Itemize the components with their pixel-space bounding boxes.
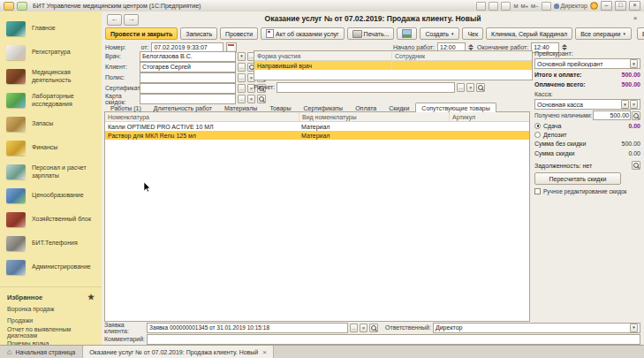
cash-received-input[interactable]: 500.00: [593, 110, 631, 120]
more-button[interactable]: Еще▼: [637, 27, 644, 40]
star-icon[interactable]: ★: [87, 293, 95, 301]
tab-discounts[interactable]: Скидки: [383, 103, 415, 112]
pricelist-combo[interactable]: Основной прейскурант ▼: [534, 58, 640, 69]
main-menu-icon[interactable]: [4, 2, 14, 11]
quick-menu-icon[interactable]: [17, 2, 27, 11]
home-desk-icon: [6, 21, 26, 36]
sidebar-item-pricing[interactable]: Ценообразование: [0, 184, 102, 208]
tab-works[interactable]: Работы (1): [104, 103, 148, 112]
favorite-sales[interactable]: Продажи: [7, 315, 102, 326]
memory-m-button[interactable]: M: [513, 4, 518, 9]
sidebar-item-telephony[interactable]: БИТ.Телефония: [0, 232, 102, 255]
favorite-diagnosis-report[interactable]: Отчет по выявленным диагнозам: [7, 326, 102, 338]
tab-work-duration[interactable]: Длительность работ: [148, 103, 218, 112]
calculation-select-icon[interactable]: ...: [457, 83, 465, 92]
recalculate-discounts-button[interactable]: Пересчитать скидки: [534, 172, 621, 185]
policy-input[interactable]: [140, 72, 236, 83]
tab-materials[interactable]: Материалы: [218, 103, 263, 112]
document-taskbar-tab[interactable]: Оказание услуг № от 07.02.2019: Продажа …: [83, 346, 274, 358]
sidebar-item-main[interactable]: Главное: [0, 17, 102, 41]
doctor-input[interactable]: Белоглазова В.С.: [140, 51, 236, 62]
tab-certificates[interactable]: Сертификаты: [297, 103, 349, 112]
participation-row[interactable]: Направивший врач: [254, 61, 532, 70]
tab-related-goods[interactable]: Сопутствующие товары: [415, 103, 496, 112]
cashdesk-clear-icon[interactable]: ×: [630, 100, 638, 109]
sidebar-item-admin[interactable]: Администрирование: [0, 255, 102, 279]
sidebar-item-household[interactable]: Хозяйственный блок: [0, 208, 102, 232]
back-icon[interactable]: ←: [107, 14, 122, 26]
post-and-close-button[interactable]: Провести и закрыть: [105, 27, 178, 40]
close-tab-icon[interactable]: ×: [262, 348, 267, 356]
save-icon[interactable]: [476, 2, 486, 11]
sidebar-item-medical[interactable]: Медицинская деятельность: [0, 65, 102, 88]
pricelist-dropdown-icon[interactable]: ▼: [630, 59, 638, 68]
participation-table: Форма участия Сотрудник Направивший врач: [254, 50, 533, 80]
table-row[interactable]: Капли OPTIMED PRO ACTIVE 10 МЛ Материал: [105, 122, 529, 131]
minimize-button[interactable]: –: [601, 1, 612, 11]
calculation-clear-icon[interactable]: ×: [466, 83, 474, 92]
manual-discount-checkbox[interactable]: [534, 188, 541, 194]
titlebar-tools: M M+ M− Директор – □ ×: [476, 1, 640, 11]
client-input[interactable]: Стогарев Сергей: [140, 62, 236, 72]
debt-refresh-icon[interactable]: [632, 161, 640, 170]
deposit-radio[interactable]: [534, 132, 541, 138]
table-row-selected[interactable]: Раствор для МКЛ Renu 125 мл Материал: [105, 131, 529, 140]
cash-received-calc-icon[interactable]: [632, 111, 640, 120]
tab-payment[interactable]: Оплата: [349, 103, 383, 112]
post-button[interactable]: Провести: [220, 27, 258, 40]
calculation-open-icon[interactable]: [476, 83, 485, 92]
work-start-spinner[interactable]: [468, 44, 474, 50]
all-operations-button[interactable]: Все операции▼: [575, 27, 632, 40]
current-user[interactable]: Директор: [554, 3, 588, 9]
sidebar-item-staff[interactable]: Персонал и расчет зарплаты: [0, 160, 102, 184]
responsible-dropdown-icon[interactable]: ▼: [630, 324, 638, 332]
total-due-value: 500.00: [622, 72, 640, 78]
sidebar-item-lab[interactable]: Лабораторные исследования: [0, 88, 102, 112]
sidebar-item-registry[interactable]: Регистратура: [0, 41, 102, 65]
tab-goods[interactable]: Товары: [263, 103, 297, 112]
calculation-input[interactable]: [277, 82, 455, 93]
sidebar-item-stock[interactable]: Запасы: [0, 112, 102, 136]
document-header: ← → Оказание услуг № от 07.02.2019: Прод…: [102, 12, 644, 27]
window-layout-icon[interactable]: [542, 2, 551, 11]
request-open-icon[interactable]: [369, 324, 378, 332]
cashdesk-dropdown-icon[interactable]: ▼: [621, 100, 629, 109]
print-button[interactable]: Печать...: [347, 27, 395, 40]
image-icon: [402, 29, 412, 38]
save-button[interactable]: Записать: [180, 27, 217, 40]
memory-mplus-button[interactable]: M+: [520, 4, 528, 9]
responsible-combo[interactable]: Директор ▼: [433, 323, 640, 333]
receipt-button[interactable]: Чек: [462, 27, 483, 40]
maximize-button[interactable]: □: [615, 1, 626, 11]
change-radio[interactable]: [534, 123, 541, 129]
discount-sum-row: Сумма скидки 0.00: [534, 149, 640, 158]
sidebar: Главное Регистратура Медицинская деятель…: [0, 11, 102, 346]
payment-panel: Прейскурант: Основной прейскурант ▼ Итог…: [534, 50, 640, 195]
doctor-dropdown-icon[interactable]: ▼: [238, 52, 246, 61]
close-document-icon[interactable]: ×: [630, 14, 640, 24]
request-select-icon[interactable]: ...: [350, 324, 358, 332]
client-request-input[interactable]: Заявка 000000001345 от 31.01.2019 10:15:…: [147, 323, 348, 333]
cashdesk-combo[interactable]: Основная касса ▼ ×: [534, 99, 640, 110]
calendar-icon[interactable]: [489, 2, 498, 11]
participation-header: Форма участия Сотрудник: [254, 51, 532, 61]
create-button[interactable]: Создать▼: [420, 27, 459, 40]
sidebar-nav: Главное Регистратура Медицинская деятель…: [0, 11, 102, 279]
policy-select-icon[interactable]: ...: [238, 73, 246, 82]
service-act-button[interactable]: Акт об оказании услуг: [261, 27, 345, 40]
client-select-icon[interactable]: ...: [238, 63, 246, 72]
certificate-input[interactable]: [140, 83, 236, 94]
calculator-icon[interactable]: [501, 2, 511, 11]
favorite-sales-funnel[interactable]: Воронка продаж: [7, 303, 102, 315]
comment-input[interactable]: [147, 334, 640, 345]
attachment-button[interactable]: [397, 27, 417, 40]
request-clear-icon[interactable]: ×: [360, 324, 367, 332]
memory-mminus-button[interactable]: M−: [531, 4, 539, 9]
home-page-tab[interactable]: ⌂ Начальная страница: [0, 346, 83, 358]
notification-icon[interactable]: [590, 2, 598, 10]
work-end-spinner[interactable]: [562, 44, 568, 50]
certificate-select-icon[interactable]: ...: [238, 84, 246, 93]
close-window-button[interactable]: ×: [629, 1, 640, 11]
clinic-button[interactable]: Клиника, Серый Кардинал: [486, 27, 572, 40]
sidebar-item-finance[interactable]: Финансы: [0, 136, 102, 160]
